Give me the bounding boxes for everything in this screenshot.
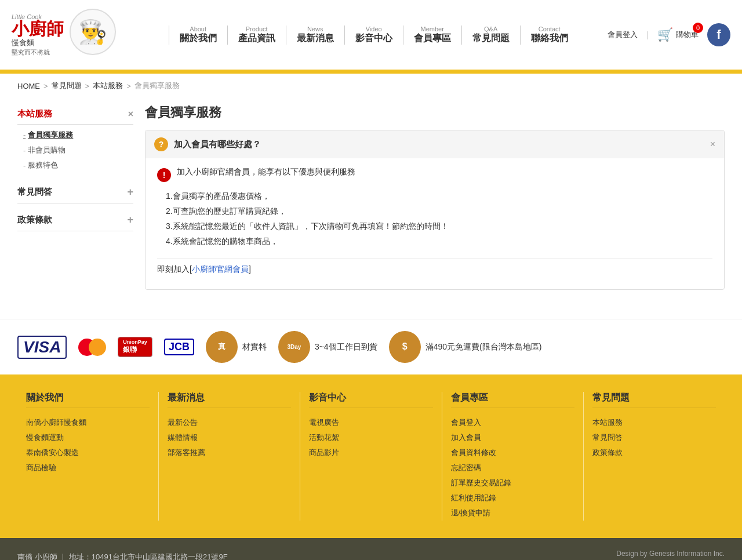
nav-video[interactable]: Video 影音中心: [345, 26, 403, 45]
mastercard-logo: [78, 339, 106, 356]
shipping-badge: $ 滿490元免運費(限台灣本島地區): [389, 331, 542, 363]
sidebar-section-title-policy[interactable]: 政策條款 +: [17, 209, 133, 231]
sidebar-expand-faq-icon[interactable]: +: [127, 186, 133, 198]
payment-section: VISA UnionPay 銀聯 JCB 真 材實料 3Day 3~4個工作日到…: [0, 319, 742, 374]
footer-col-faq: 常見問題 本站服務 常見問答 政策條款: [584, 392, 725, 521]
member-login-link[interactable]: 會員登入: [608, 30, 638, 40]
cart-icon: 🛒: [657, 27, 673, 42]
nav-contact[interactable]: Contact 聯絡我們: [521, 26, 579, 45]
nav-member[interactable]: Member 會員專區: [403, 26, 462, 45]
logo-desc1: 慢食麵: [12, 38, 34, 48]
footer-link[interactable]: 訂單歷史交易記錄: [451, 475, 574, 490]
sidebar-section-title-faq[interactable]: 常見問答 +: [17, 181, 133, 203]
sidebar-item-non-member[interactable]: 非會員購物: [23, 143, 133, 158]
footer-link[interactable]: 慢食麵運動: [26, 430, 150, 445]
delivery-label: 3~4個工作日到貨: [315, 342, 377, 352]
facebook-button[interactable]: f: [707, 23, 730, 46]
list-item: 2.可查詢您的歷史訂單購買紀錄，: [166, 204, 712, 219]
sidebar-item-service-feature[interactable]: 服務特色: [23, 158, 133, 173]
list-item: 1.會員獨享的產品優惠價格，: [166, 189, 712, 204]
cart-badge: 0: [693, 23, 703, 33]
sidebar-section-faq: 常見問答 +: [17, 181, 133, 203]
mc-yellow: [89, 339, 106, 356]
footer-columns: 關於我們 南僑小廚師慢食麵 慢食麵運動 泰南僑安心製造 商品檢驗 最新消息 最新…: [17, 392, 725, 521]
footer-link[interactable]: 紅利使用記錄: [451, 490, 574, 506]
info-list: 1.會員獨享的產品優惠價格， 2.可查詢您的歷史訂單購買紀錄， 3.系統能記憶您…: [157, 189, 712, 249]
content-area: 會員獨享服務 ? 加入會員有哪些好處？ × ! 加入小廚師官網會員，能享有以下優…: [145, 104, 725, 301]
footer-dark: 南僑 小廚師 ｜ 地址：10491台北市中山區建國北路一段21號9F 消費者服務…: [0, 538, 742, 560]
real-label: 材實料: [242, 342, 267, 352]
unionpay-logo: UnionPay 銀聯: [118, 337, 152, 357]
jcb-logo: JCB: [164, 339, 194, 355]
footer-col-news-title: 最新消息: [168, 392, 291, 408]
nav-about[interactable]: About 關於我們: [169, 26, 228, 45]
sidebar-item-member-service[interactable]: 會員獨享服務: [23, 128, 133, 143]
page-title: 會員獨享服務: [145, 104, 725, 121]
info-intro-text: 加入小廚師官網會員，能享有以下優惠與便利服務: [177, 167, 355, 177]
join-link-area: 即刻加入[小廚師官網會員]: [157, 258, 712, 281]
footer-link[interactable]: 會員資料修改: [451, 445, 574, 460]
error-icon: !: [157, 168, 171, 182]
breadcrumb-home[interactable]: HOME: [17, 82, 40, 90]
cart-button[interactable]: 🛒 購物車 0: [657, 27, 699, 42]
footer-col-about-title: 關於我們: [26, 392, 150, 408]
footer-link[interactable]: 政策條款: [592, 445, 716, 460]
sidebar-expand-policy-icon[interactable]: +: [127, 214, 133, 226]
shipping-icon: $: [389, 331, 421, 363]
nav-qa[interactable]: Q&A 常見問題: [462, 26, 521, 45]
sidebar-section-title-service[interactable]: 本站服務 ×: [17, 104, 133, 125]
footer-link[interactable]: 泰南僑安心製造: [26, 445, 150, 460]
delivery-icon: 3Day: [278, 331, 310, 363]
footer-info: 南僑 小廚師 ｜ 地址：10491台北市中山區建國北路一段21號9F 消費者服務…: [17, 550, 616, 560]
footer-link[interactable]: 電視廣告: [309, 415, 432, 430]
shipping-label: 滿490元免運費(限台灣本島地區): [425, 342, 542, 352]
real-icon: 真: [206, 331, 238, 363]
join-member-link[interactable]: 小廚師官網會員: [192, 264, 249, 274]
logo-zh: 小廚師: [12, 20, 64, 38]
footer-link[interactable]: 忘記密碼: [451, 460, 574, 475]
footer-col-member: 會員專區 會員登入 加入會員 會員資料修改 忘記密碼 訂單歷史交易記錄 紅利使用…: [442, 392, 584, 521]
footer-link[interactable]: 媒體情報: [168, 430, 291, 445]
nav-news[interactable]: News 最新消息: [286, 26, 345, 45]
breadcrumb-level1[interactable]: 常見問題: [52, 81, 82, 91]
chef-illustration: 👨‍🍳: [70, 9, 122, 61]
main-nav: About 關於我們 Product 產品資訊 News 最新消息 Video …: [169, 26, 579, 45]
footer-link[interactable]: 退/換貨申請: [451, 506, 574, 521]
footer-company-address: 南僑 小廚師 ｜ 地址：10491台北市中山區建國北路一段21號9F: [17, 550, 616, 560]
sidebar-section-site-service: 本站服務 × 會員獨享服務 非會員購物 服務特色: [17, 104, 133, 176]
question-icon: ?: [154, 137, 168, 151]
sidebar-sub-list: 會員獨享服務 非會員購物 服務特色: [17, 125, 133, 176]
footer-link[interactable]: 最新公告: [168, 415, 291, 430]
breadcrumb-level2[interactable]: 本站服務: [93, 81, 123, 91]
footer-link[interactable]: 商品檢驗: [26, 460, 150, 475]
sidebar-close-icon[interactable]: ×: [128, 109, 133, 119]
footer-col-video: 影音中心 電視廣告 活動花絮 商品影片: [300, 392, 442, 521]
breadcrumb: HOME > 常見問題 > 本站服務 > 會員獨享服務: [0, 74, 742, 98]
footer-col-news: 最新消息 最新公告 媒體情報 部落客推薦: [159, 392, 300, 521]
header: Little Cook 小廚師 慢食麵 堅究而不將就 👨‍🍳 About 關於我…: [0, 0, 742, 71]
footer-link[interactable]: 加入會員: [451, 430, 574, 445]
footer-col-faq-title: 常見問題: [592, 392, 716, 408]
footer-link[interactable]: 商品影片: [309, 445, 432, 460]
footer-yellow: 關於我們 南僑小廚師慢食麵 慢食麵運動 泰南僑安心製造 商品檢驗 最新消息 最新…: [0, 374, 742, 538]
info-box: ? 加入會員有哪些好處？ × ! 加入小廚師官網會員，能享有以下優惠與便利服務 …: [145, 130, 725, 290]
logo-area: Little Cook 小廚師 慢食麵 堅究而不將就 👨‍🍳: [12, 6, 139, 64]
footer-col-video-title: 影音中心: [309, 392, 432, 408]
footer-link[interactable]: 本站服務: [592, 415, 716, 430]
info-box-title: 加入會員有哪些好處？: [174, 139, 261, 150]
real-ingredients-badge: 真 材實料: [206, 331, 267, 363]
footer-link[interactable]: 常見問答: [592, 430, 716, 445]
sidebar: 本站服務 × 會員獨享服務 非會員購物 服務特色 常見問答 + 政策條款 +: [17, 104, 133, 301]
footer-link[interactable]: 部落客推薦: [168, 445, 291, 460]
sidebar-section-policy: 政策條款 +: [17, 209, 133, 231]
footer-link[interactable]: 會員登入: [451, 415, 574, 430]
footer-col-about: 關於我們 南僑小廚師慢食麵 慢食麵運動 泰南僑安心製造 商品檢驗: [17, 392, 159, 521]
list-item: 3.系統能記憶您最近的「收件人資訊」，下次購物可免再填寫！節約您的時間！: [166, 219, 712, 234]
footer-link[interactable]: 活動花絮: [309, 430, 432, 445]
info-box-close-button[interactable]: ×: [710, 139, 715, 150]
nav-product[interactable]: Product 產品資訊: [228, 26, 286, 45]
list-item: 4.系統會記憶您的購物車商品，: [166, 234, 712, 249]
footer-link[interactable]: 南僑小廚師慢食麵: [26, 415, 150, 430]
info-box-header: ? 加入會員有哪些好處？ ×: [146, 130, 724, 158]
footer-col-member-title: 會員專區: [451, 392, 574, 408]
